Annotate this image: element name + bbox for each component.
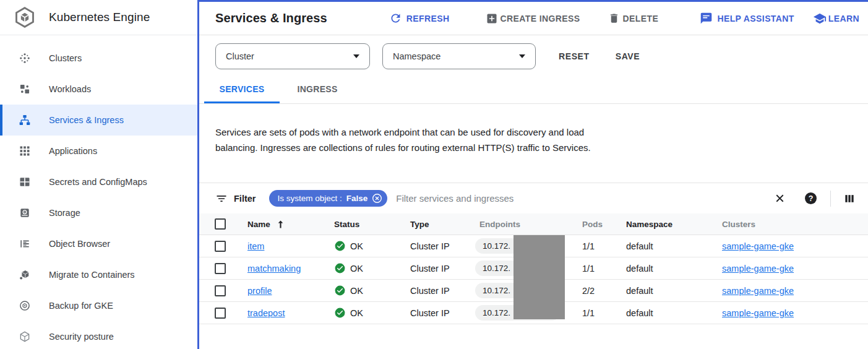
chevron-down-icon <box>519 54 525 58</box>
filter-chip-value: False <box>346 194 368 203</box>
delete-button[interactable]: DELETE <box>608 12 659 24</box>
column-display-icon[interactable] <box>843 192 856 205</box>
object-browser-icon <box>19 238 31 250</box>
description-section: Services are sets of pods with a network… <box>199 104 868 183</box>
service-name-link[interactable]: item <box>247 241 264 251</box>
learn-button[interactable]: LEARN <box>813 12 859 25</box>
clusters-icon <box>19 52 31 64</box>
select-all-checkbox[interactable] <box>215 218 226 230</box>
service-name-link[interactable]: profile <box>247 286 272 296</box>
service-type: Cluster IP <box>410 241 479 251</box>
filter-label: Filter <box>234 194 256 204</box>
column-header-endpoints[interactable]: Endpoints <box>479 220 582 229</box>
pods-count: 1/1 <box>582 241 626 251</box>
cluster-select[interactable]: Cluster <box>215 43 370 69</box>
sidebar-item-storage[interactable]: Storage <box>0 197 197 228</box>
reset-button[interactable]: RESET <box>559 51 590 61</box>
filter-input[interactable] <box>396 193 773 204</box>
row-checkbox[interactable] <box>215 308 226 319</box>
security-posture-icon <box>19 330 31 343</box>
sort-ascending-icon[interactable] <box>275 219 286 230</box>
row-checkbox[interactable] <box>215 241 226 252</box>
column-header-namespace[interactable]: Namespace <box>626 220 722 229</box>
create-ingress-button[interactable]: CREATE INGRESS <box>486 12 580 25</box>
refresh-icon <box>389 12 402 25</box>
sidebar-item-object-browser[interactable]: Object Browser <box>0 228 197 259</box>
column-header-status[interactable]: Status <box>334 220 410 229</box>
toolbar-divider <box>830 191 831 207</box>
cluster-link[interactable]: sample-game-gke <box>722 241 794 251</box>
redaction-overlay <box>513 235 565 319</box>
filter-select-row: Cluster Namespace RESET SAVE <box>199 35 868 77</box>
trash-icon <box>608 12 620 24</box>
graduation-cap-icon <box>813 12 827 25</box>
cluster-link[interactable]: sample-game-gke <box>722 286 794 296</box>
status-ok-icon <box>334 307 346 319</box>
sidebar-item-clusters[interactable]: Clusters <box>0 43 197 74</box>
filter-toolbar: Filter Is system object : False ? <box>199 183 868 213</box>
sidebar-item-label: Services & Ingress <box>49 115 124 125</box>
app-title: Kubernetes Engine <box>49 11 150 24</box>
refresh-label: REFRESH <box>406 14 450 24</box>
namespace-select[interactable]: Namespace <box>382 43 536 69</box>
clear-filters-icon[interactable] <box>773 192 786 205</box>
sidebar-item-secrets-configmaps[interactable]: Secrets and ConfigMaps <box>0 166 197 197</box>
tab-services[interactable]: SERVICES <box>204 77 280 103</box>
tab-bar: SERVICES INGRESS <box>199 77 868 104</box>
service-type: Cluster IP <box>410 286 479 296</box>
cluster-select-label: Cluster <box>226 51 254 61</box>
kubernetes-engine-logo-icon <box>14 6 36 28</box>
create-ingress-label: CREATE INGRESS <box>501 14 580 24</box>
tab-ingress[interactable]: INGRESS <box>280 77 355 103</box>
cluster-link[interactable]: sample-game-gke <box>722 264 794 274</box>
pods-count: 1/1 <box>582 264 626 274</box>
cluster-link[interactable]: sample-game-gke <box>722 308 794 318</box>
filter-chip-is-system-object[interactable]: Is system object : False <box>269 190 387 207</box>
status-text: OK <box>350 308 363 318</box>
sidebar-item-workloads[interactable]: Workloads <box>0 74 197 105</box>
chip-close-icon[interactable] <box>372 193 382 204</box>
service-name-link[interactable]: matchmaking <box>247 264 301 274</box>
sidebar-item-applications[interactable]: Applications <box>0 136 197 166</box>
sidebar-nav: Clusters Workloads <box>0 35 197 349</box>
column-header-type[interactable]: Type <box>410 220 479 229</box>
row-checkbox[interactable] <box>215 285 226 296</box>
save-button[interactable]: SAVE <box>616 51 640 61</box>
namespace-value: default <box>626 286 722 296</box>
delete-label: DELETE <box>623 14 659 24</box>
chevron-down-icon <box>353 54 359 58</box>
sidebar-item-label: Object Browser <box>49 239 110 249</box>
table-header-row: Name Status Type Endpoints Pods Namespac… <box>199 213 868 235</box>
sidebar-item-services-ingress[interactable]: Services & Ingress <box>0 105 197 136</box>
row-checkbox[interactable] <box>215 263 226 274</box>
status-text: OK <box>350 264 363 274</box>
sidebar-item-label: Migrate to Containers <box>49 270 135 280</box>
sidebar-item-label: Clusters <box>49 53 82 63</box>
sidebar: Kubernetes Engine Clusters <box>0 0 197 349</box>
sidebar-item-backup-for-gke[interactable]: Backup for GKE <box>0 290 197 321</box>
namespace-select-label: Namespace <box>393 51 440 61</box>
kubernetes-engine-page: Kubernetes Engine Clusters <box>0 0 868 349</box>
namespace-value: default <box>626 264 722 274</box>
refresh-button[interactable]: REFRESH <box>389 12 450 25</box>
sidebar-item-label: Secrets and ConfigMaps <box>49 177 147 187</box>
filter-help-icon[interactable]: ? <box>805 192 817 204</box>
secrets-configmaps-icon <box>19 176 31 188</box>
workloads-icon <box>19 83 31 95</box>
action-bar: Services & Ingress REFRESH CREATE INGRES… <box>199 2 868 35</box>
service-type: Cluster IP <box>410 264 479 274</box>
help-assistant-label: HELP ASSISTANT <box>717 14 794 24</box>
filter-chip-text: Is system object : <box>277 194 342 203</box>
help-assistant-button[interactable]: HELP ASSISTANT <box>700 12 794 25</box>
namespace-value: default <box>626 241 722 251</box>
sidebar-item-label: Security posture <box>49 332 114 342</box>
column-header-clusters[interactable]: Clusters <box>722 220 868 229</box>
status-ok-icon <box>334 240 346 252</box>
sidebar-item-migrate-to-containers[interactable]: Migrate to Containers <box>0 259 197 290</box>
column-header-pods[interactable]: Pods <box>582 220 626 229</box>
sidebar-item-security-posture[interactable]: Security posture <box>0 321 197 349</box>
storage-icon <box>19 207 31 219</box>
status-text: OK <box>350 241 363 251</box>
column-header-name[interactable]: Name <box>247 219 334 230</box>
service-name-link[interactable]: tradepost <box>247 308 285 318</box>
